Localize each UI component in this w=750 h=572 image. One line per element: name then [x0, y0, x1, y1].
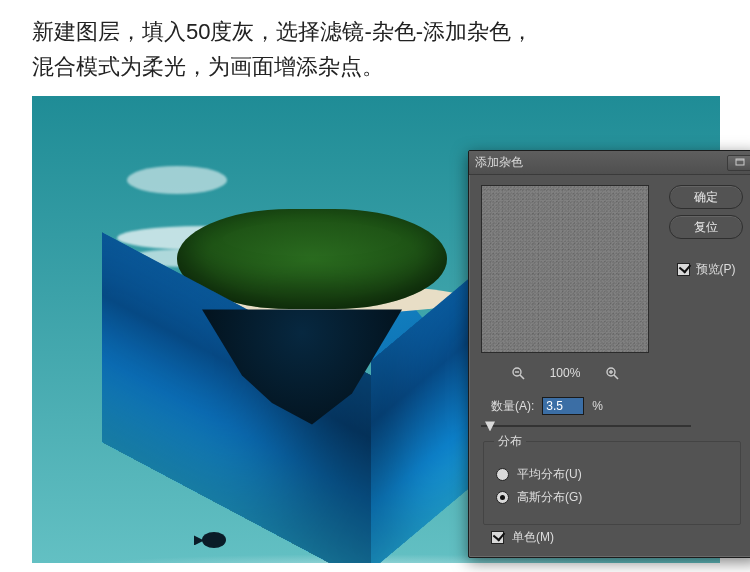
amount-label: 数量(A): [491, 398, 534, 415]
instruction-line1: 新建图层，填入50度灰，选择滤镜-杂色-添加杂色， [32, 14, 718, 49]
zoom-out-icon [511, 366, 525, 380]
dialog-titlebar[interactable]: 添加杂色 [469, 151, 750, 175]
monochrome-row[interactable]: 单色(M) [491, 529, 554, 546]
zoom-percentage: 100% [550, 366, 581, 380]
dialog-close-button[interactable] [727, 155, 750, 171]
screenshot-stage: PS 爱好者 www.psahz.com 添加杂色 [32, 96, 720, 563]
amount-input[interactable] [542, 397, 584, 415]
gaussian-radio-label: 高斯分布(G) [517, 489, 582, 506]
instruction-text: 新建图层，填入50度灰，选择滤镜-杂色-添加杂色， 混合模式为柔光，为画面增添杂… [0, 0, 750, 96]
zoom-out-button[interactable] [510, 365, 526, 381]
svg-line-3 [520, 375, 524, 379]
gaussian-radio[interactable] [496, 491, 509, 504]
ocean-cube [82, 214, 482, 544]
svg-line-6 [614, 375, 618, 379]
add-noise-dialog: 添加杂色 100% [468, 150, 750, 558]
amount-slider[interactable] [481, 419, 691, 433]
preview-checkbox-row[interactable]: 预览(P) [677, 261, 736, 278]
preview-checkbox-label: 预览(P) [696, 261, 736, 278]
dialog-title: 添加杂色 [475, 154, 523, 171]
noise-preview-image [482, 186, 648, 352]
instruction-line2: 混合模式为柔光，为画面增添杂点。 [32, 49, 718, 84]
close-icon [735, 158, 745, 168]
zoom-in-button[interactable] [604, 365, 620, 381]
monochrome-checkbox[interactable] [491, 531, 504, 544]
preview-checkbox[interactable] [677, 263, 690, 276]
cancel-button[interactable]: 复位 [669, 215, 743, 239]
zoom-in-icon [605, 366, 619, 380]
amount-unit: % [592, 399, 603, 413]
amount-row: 数量(A): % [491, 397, 603, 415]
noise-preview[interactable] [481, 185, 649, 353]
slider-track [481, 425, 691, 427]
uniform-radio-row[interactable]: 平均分布(U) [496, 466, 728, 483]
dialog-right-column: 确定 复位 预览(P) [663, 185, 749, 278]
zoom-controls: 100% [481, 361, 649, 385]
gaussian-radio-row[interactable]: 高斯分布(G) [496, 489, 728, 506]
ok-button[interactable]: 确定 [669, 185, 743, 209]
distribution-group: 分布 平均分布(U) 高斯分布(G) [483, 441, 741, 525]
monochrome-label: 单色(M) [512, 529, 554, 546]
dialog-body: 100% 确定 复位 预览(P) [469, 175, 750, 557]
distribution-group-label: 分布 [494, 433, 526, 450]
uniform-radio-label: 平均分布(U) [517, 466, 582, 483]
uniform-radio[interactable] [496, 468, 509, 481]
